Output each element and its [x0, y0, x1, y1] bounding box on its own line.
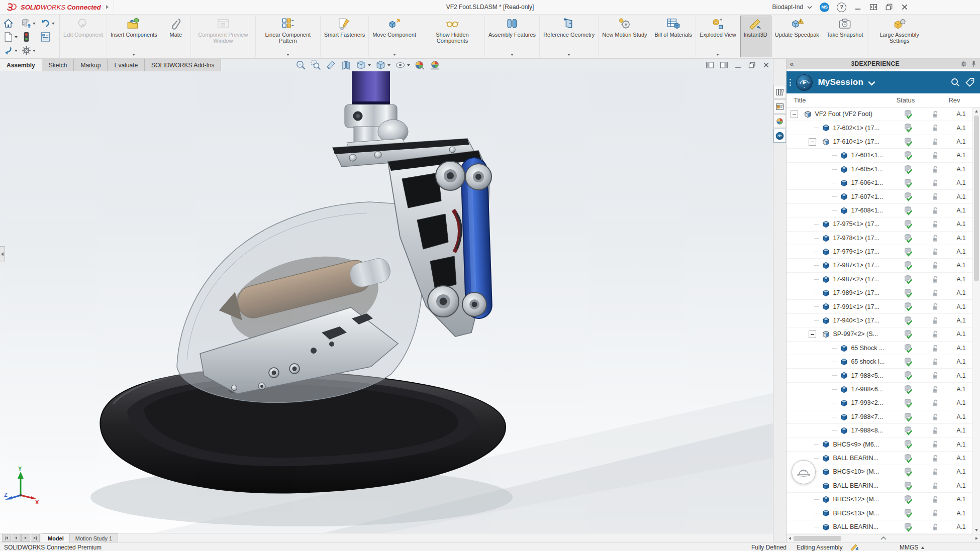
- undo-button[interactable]: [40, 18, 55, 29]
- ribbon-instant3d-button[interactable]: Instant3D: [740, 16, 771, 57]
- dimension-edit-icon[interactable]: [850, 543, 859, 550]
- column-title[interactable]: Title: [787, 96, 806, 104]
- home-button[interactable]: [3, 18, 21, 29]
- tree-row-17-608-1[interactable]: 17-608<1...A.1: [787, 204, 980, 217]
- search-icon[interactable]: [950, 77, 960, 87]
- tree-expander-collapse[interactable]: [809, 138, 816, 146]
- tree-row-ball-bearin[interactable]: BALL BEARIN...A.1: [787, 452, 980, 465]
- model-tab-motion-study-1[interactable]: Motion Study 1: [69, 533, 118, 542]
- dropdown-caret-icon[interactable]: [132, 54, 135, 56]
- tree-row-17-988-5[interactable]: 17-988<5...A.1: [787, 369, 980, 382]
- task-pane-3dexperience-compass-button[interactable]: [773, 129, 786, 143]
- dropdown-caret-icon[interactable]: [52, 23, 55, 25]
- tree-row-17-993-2[interactable]: 17-993<2...A.1: [787, 396, 980, 410]
- ribbon-large-assembly-settings-button[interactable]: Large Assembly Settings: [867, 16, 932, 57]
- ribbon-smart-fasteners-button[interactable]: Smart Fasteners: [321, 16, 369, 57]
- save-3dexperience-button[interactable]: [21, 18, 40, 29]
- section-view-button[interactable]: [326, 60, 336, 70]
- graphics-viewport[interactable]: Y Z X: [0, 71, 773, 533]
- tree-row-65-shock-l[interactable]: 65 shock l...A.1: [787, 355, 980, 369]
- ribbon-take-snapshot-button[interactable]: Take Snapshot: [823, 16, 867, 57]
- unlock-icon[interactable]: [932, 110, 939, 119]
- tree-row-17-606-1[interactable]: 17-606<1...A.1: [787, 176, 980, 190]
- unlock-icon[interactable]: [932, 482, 939, 490]
- ribbon-mate-button[interactable]: Mate: [161, 16, 191, 57]
- model-3d-prosthetic-foot[interactable]: [0, 71, 773, 533]
- model-tab-model[interactable]: Model: [42, 533, 70, 542]
- unlock-icon[interactable]: [932, 344, 939, 353]
- unlock-icon[interactable]: [932, 523, 939, 531]
- tree-row-17-988-7[interactable]: 17-988<7...A.1: [787, 410, 980, 424]
- tree-row-17-940-1-17[interactable]: 17-940<1> (17...A.1: [787, 314, 980, 327]
- tree-row-17-602-1-17[interactable]: 17-602<1> (17...A.1: [787, 121, 980, 135]
- dropdown-caret-icon[interactable]: [567, 54, 570, 56]
- tab-solidworks-add-ins[interactable]: SOLIDWORKS Add-Ins: [144, 59, 221, 71]
- window-close-button[interactable]: [901, 4, 909, 11]
- doc-close-button[interactable]: [762, 62, 770, 68]
- window-minimize-button[interactable]: [854, 4, 862, 11]
- lifecycle-status-button[interactable]: [21, 32, 40, 42]
- dropdown-caret-icon[interactable]: [33, 50, 36, 52]
- dropdown-caret-icon[interactable]: [15, 50, 18, 52]
- tree-row-17-601-1[interactable]: 17-601<1...A.1: [787, 149, 980, 162]
- brand-expand-arrow-icon[interactable]: [106, 5, 109, 9]
- tree-row-bhcs-12-m[interactable]: BHCS<12> (M...A.1: [787, 493, 980, 506]
- unlock-icon[interactable]: [932, 509, 939, 517]
- unlock-icon[interactable]: [932, 192, 939, 201]
- unlock-icon[interactable]: [932, 426, 939, 435]
- tree-row-bhcs-9-m6[interactable]: BHCS<9> (M6...A.1: [787, 437, 980, 451]
- dropdown-caret-icon[interactable]: [393, 54, 396, 56]
- zoom-to-area-button[interactable]: [311, 60, 321, 70]
- tree-row-vf2-foot-vf2-foot[interactable]: VF2 Foot (VF2 Foot)A.1: [787, 107, 980, 121]
- tree-row-17-987-2-17[interactable]: 17-987<2> (17...A.1: [787, 273, 980, 286]
- tree-vertical-scrollbar[interactable]: [972, 107, 980, 534]
- unlock-icon[interactable]: [932, 275, 939, 284]
- display-style-button[interactable]: [375, 60, 390, 70]
- unlock-icon[interactable]: [932, 385, 939, 394]
- dropdown-caret-icon[interactable]: [368, 64, 371, 66]
- unlock-icon[interactable]: [932, 220, 939, 229]
- tree-row-17-988-8[interactable]: 17-988<8...A.1: [787, 424, 980, 437]
- user-avatar[interactable]: MS: [820, 3, 829, 12]
- unlock-icon[interactable]: [932, 399, 939, 407]
- ribbon-reference-geometry-button[interactable]: Reference Geometry: [540, 16, 599, 57]
- tree-row-17-988-6[interactable]: 17-988<6...A.1: [787, 383, 980, 396]
- ribbon-insert-components-button[interactable]: Insert Components: [107, 16, 161, 57]
- task-pane-appearances-scenes-button[interactable]: [773, 114, 786, 128]
- unlock-icon[interactable]: [932, 261, 939, 270]
- tree-row-bhcs-10-m[interactable]: BHCS<10> (M...A.1: [787, 465, 980, 479]
- tree-horizontal-scrollbar[interactable]: [787, 534, 980, 542]
- tree-row-17-978-1-17[interactable]: 17-978<1> (17...A.1: [787, 232, 980, 245]
- unlock-icon[interactable]: [932, 358, 939, 366]
- unlock-icon[interactable]: [932, 454, 939, 463]
- feature-tree-flyout-handle[interactable]: [0, 246, 5, 262]
- doc-tile-left-button[interactable]: [706, 62, 714, 68]
- hide-show-items-button[interactable]: [395, 60, 410, 70]
- tenant-selector[interactable]: Biodapt-Ind: [772, 4, 812, 11]
- panel-pin-icon[interactable]: [970, 61, 977, 67]
- unlock-icon[interactable]: [932, 316, 939, 325]
- ribbon-new-motion-study-button[interactable]: New Motion Study: [599, 16, 651, 57]
- tree-row-17-989-1-17[interactable]: 17-989<1> (17...A.1: [787, 286, 980, 300]
- task-pane-design-library-button[interactable]: [773, 85, 786, 99]
- document-properties-button[interactable]: [40, 32, 55, 42]
- tree-row-17-605-1[interactable]: 17-605<1...A.1: [787, 163, 980, 176]
- ribbon-bill-of-materials-button[interactable]: Bill of Materials: [651, 16, 697, 57]
- ribbon-exploded-view-button[interactable]: Exploded View: [696, 16, 740, 57]
- dynamic-annotation-views-button[interactable]: [341, 60, 351, 70]
- unlock-icon[interactable]: [932, 468, 939, 476]
- doc-tile-right-button[interactable]: [720, 62, 728, 68]
- dropdown-caret-icon[interactable]: [407, 64, 410, 66]
- zoom-to-fit-button[interactable]: [296, 60, 306, 70]
- dropdown-caret-icon[interactable]: [286, 54, 289, 56]
- tree-row-17-987-1-17[interactable]: 17-987<1> (17...A.1: [787, 259, 980, 272]
- prev-tab-button[interactable]: [12, 534, 21, 542]
- units-selector[interactable]: MMGS: [900, 543, 918, 551]
- tree-row-ball-bearin[interactable]: BALL BEARIN...A.1: [787, 479, 980, 493]
- tree-row-bhcs-13-m[interactable]: BHCS<13> (M...A.1: [787, 506, 980, 520]
- tag-icon[interactable]: [965, 77, 975, 87]
- panel-collapse-button[interactable]: «: [790, 60, 794, 67]
- tab-sketch[interactable]: Sketch: [42, 59, 74, 71]
- tree-expander-collapse[interactable]: [791, 111, 798, 118]
- tab-markup[interactable]: Markup: [73, 59, 108, 71]
